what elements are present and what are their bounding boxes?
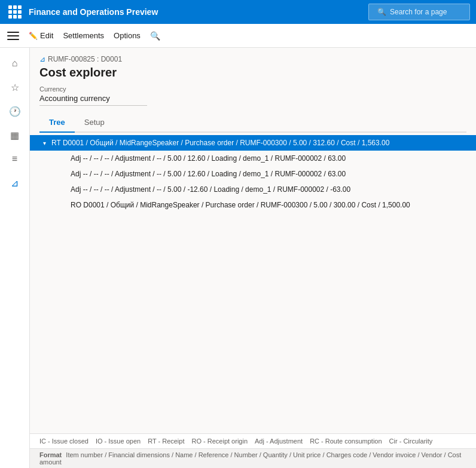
tree-row-text: Adj -- / -- / -- / Adjustment / -- / 5.0… (71, 185, 350, 194)
toolbar: ✏️ Edit Settlements Options 🔍 (0, 24, 476, 48)
sidebar-modules[interactable]: ≡ (4, 148, 26, 170)
options-button[interactable]: Options (109, 27, 145, 44)
layout: ⌂ ☆ 🕐 ▦ ≡ ⊿ ⊿ RUMF-000825 : D0001 Cost e… (0, 48, 476, 468)
edit-button[interactable]: ✏️ Edit (24, 27, 58, 44)
legend-item-ro: RO - Receipt origin (191, 438, 248, 445)
hamburger-button[interactable] (5, 27, 22, 44)
search-icon: 🔍 (377, 8, 386, 16)
tree-toggle-icon: ▾ (39, 138, 49, 148)
waffle-menu[interactable] (6, 5, 24, 19)
legend-item-adj: Adj - Adjustment (255, 438, 303, 445)
tree-row[interactable]: Adj -- / -- / -- / Adjustment / -- / 5.0… (30, 151, 476, 166)
currency-value: Accounting currency (39, 94, 147, 106)
hamburger-line (7, 39, 19, 40)
toolbar-search-icon[interactable]: 🔍 (150, 31, 160, 41)
tree-toggle-icon (59, 169, 68, 179)
options-label: Options (114, 31, 141, 40)
top-bar: Finance and Operations Preview 🔍 Search … (0, 0, 476, 24)
sidebar-favorites[interactable]: ☆ (4, 77, 26, 98)
sidebar-filter[interactable]: ⊿ (4, 172, 26, 194)
currency-label: Currency (39, 85, 466, 93)
format-label: Format (39, 451, 62, 458)
settlements-button[interactable]: Settlements (58, 27, 109, 44)
tab-setup[interactable]: Setup (75, 113, 114, 133)
settlements-label: Settlements (63, 31, 104, 40)
global-search[interactable]: 🔍 Search for a page (368, 4, 470, 20)
legend-item-cir: Cir - Circularity (389, 438, 433, 445)
hamburger-line (7, 32, 19, 33)
legend: IC - Issue closed IO - Issue open RT - R… (30, 433, 476, 448)
legend-item-io: IO - Issue open (96, 438, 141, 445)
page-header: ⊿ RUMF-000825 : D0001 Cost explorer Curr… (30, 48, 476, 133)
tree-toggle-icon (59, 185, 68, 194)
sidebar-recent[interactable]: 🕐 (4, 100, 26, 122)
tree-toggle-icon (59, 200, 68, 210)
legend-item-rc: RC - Route consumption (310, 438, 382, 445)
tab-tree[interactable]: Tree (39, 113, 75, 133)
legend-item-ic: IC - Issue closed (39, 438, 89, 445)
legend-item-rt: RT - Receipt (148, 438, 184, 445)
tree-row[interactable]: ▾ RT D0001 / Общий / MidRangeSpeaker / P… (30, 135, 476, 151)
tree-row[interactable]: RO D0001 / Общий / MidRangeSpeaker / Pur… (30, 197, 476, 213)
tree-row[interactable]: Adj -- / -- / -- / Adjustment / -- / 5.0… (30, 182, 476, 197)
sidebar-workspaces[interactable]: ▦ (4, 124, 26, 146)
edit-icon: ✏️ (29, 32, 38, 40)
waffle-icon (8, 5, 22, 19)
format-value: Item number / Financial dimensions / Nam… (39, 451, 461, 466)
filter-icon: ⊿ (39, 55, 45, 63)
breadcrumb-text: RUMF-000825 : D0001 (48, 55, 122, 63)
main-content: ⊿ RUMF-000825 : D0001 Cost explorer Curr… (30, 48, 476, 468)
tree-toggle-icon (59, 154, 68, 163)
tree-row-text: Adj -- / -- / -- / Adjustment / -- / 5.0… (71, 154, 346, 163)
tree-row[interactable]: Adj -- / -- / -- / Adjustment / -- / 5.0… (30, 166, 476, 182)
format-bar: Format Item number / Financial dimension… (30, 448, 476, 468)
tree-row-text: RO D0001 / Общий / MidRangeSpeaker / Pur… (71, 201, 410, 209)
edit-label: Edit (40, 31, 53, 40)
hamburger-line (7, 35, 19, 36)
tree-row-text: Adj -- / -- / -- / Adjustment / -- / 5.0… (71, 170, 346, 178)
breadcrumb: ⊿ RUMF-000825 : D0001 (39, 55, 466, 63)
sidebar-home[interactable]: ⌂ (4, 53, 26, 74)
page-title: Cost explorer (39, 66, 466, 79)
sidebar: ⌂ ☆ 🕐 ▦ ≡ ⊿ (0, 48, 30, 468)
tree-row-text: RT D0001 / Общий / MidRangeSpeaker / Pur… (51, 139, 389, 147)
app-title: Finance and Operations Preview (29, 7, 368, 17)
tree-area: ▾ RT D0001 / Общий / MidRangeSpeaker / P… (30, 133, 476, 433)
tabs: Tree Setup (39, 113, 466, 133)
search-placeholder: Search for a page (390, 8, 447, 16)
